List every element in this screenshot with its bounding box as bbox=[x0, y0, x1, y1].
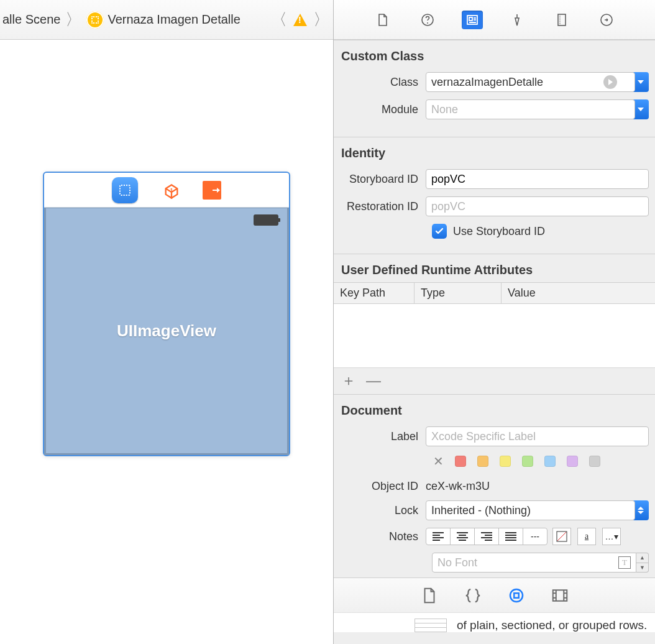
restoration-id-label: Restoration ID bbox=[334, 200, 426, 213]
scene-frame[interactable]: 1 UIImageView bbox=[43, 172, 290, 456]
align-right-button[interactable] bbox=[474, 528, 499, 545]
runtime-attributes-table[interactable]: Key Path Type Value ＋ — bbox=[334, 282, 655, 394]
library-item-description: of plain, sectioned, or grouped rows. bbox=[334, 612, 655, 632]
font-picker-icon[interactable]: T bbox=[618, 556, 631, 569]
swatch-orange[interactable] bbox=[477, 456, 488, 467]
library-tab-bar[interactable] bbox=[334, 577, 655, 612]
first-responder-icon[interactable]: 1 bbox=[163, 183, 178, 198]
inspector-tab-bar[interactable] bbox=[334, 0, 655, 40]
storyboard-id-label: Storyboard ID bbox=[334, 173, 426, 186]
align-left-button[interactable] bbox=[426, 528, 451, 545]
font-size-stepper[interactable]: ▲ ▼ bbox=[636, 553, 649, 573]
custom-class-section: Custom Class Class vernazaImagenDetalle … bbox=[334, 40, 655, 123]
scene-view[interactable]: UIImageView bbox=[44, 208, 289, 455]
scene-dock[interactable]: 1 bbox=[44, 173, 289, 208]
warning-icon[interactable] bbox=[293, 14, 307, 26]
swatch-gray[interactable] bbox=[589, 456, 600, 467]
align-justify-button[interactable] bbox=[498, 528, 523, 545]
notes-diagonal-button[interactable] bbox=[552, 528, 571, 545]
table-header[interactable]: Key Path Type Value bbox=[334, 283, 655, 304]
section-title: Document bbox=[334, 395, 655, 423]
svg-line-8 bbox=[557, 532, 566, 541]
module-placeholder: None bbox=[431, 103, 458, 116]
add-attribute-button[interactable]: ＋ bbox=[341, 370, 356, 390]
class-value: vernazaImagenDetalle bbox=[431, 76, 543, 89]
notes-font-field[interactable]: No Font T bbox=[432, 553, 636, 573]
file-inspector-tab[interactable] bbox=[372, 11, 393, 29]
lock-label: Lock bbox=[334, 504, 426, 517]
notes-label: Notes bbox=[334, 530, 426, 543]
align-center-button[interactable] bbox=[450, 528, 475, 545]
storyboard-canvas[interactable]: 1 UIImageView bbox=[0, 40, 333, 644]
size-inspector-tab[interactable] bbox=[551, 11, 572, 29]
library-snippet-text: of plain, sectioned, or grouped rows. bbox=[457, 619, 647, 632]
svg-rect-10 bbox=[514, 593, 519, 598]
section-title: Custom Class bbox=[334, 40, 655, 68]
label-label: Label bbox=[334, 430, 426, 443]
svg-point-9 bbox=[510, 589, 523, 602]
breadcrumb-scene[interactable]: alle Scene bbox=[2, 12, 60, 27]
notes-more-button[interactable]: …▾ bbox=[602, 528, 621, 545]
lock-select[interactable]: Inherited - (Nothing) bbox=[426, 500, 635, 520]
stepper-down-icon[interactable]: ▼ bbox=[636, 563, 648, 573]
stepper-up-icon[interactable]: ▲ bbox=[636, 553, 648, 563]
swatch-blue[interactable] bbox=[544, 456, 556, 467]
notes-alignment-segmented[interactable]: --- bbox=[426, 528, 547, 545]
nav-back-icon[interactable]: 〈 bbox=[270, 9, 288, 30]
use-storyboard-id-label[interactable]: Use Storyboard ID bbox=[453, 225, 545, 238]
view-controller-chip-icon[interactable] bbox=[112, 177, 138, 203]
svg-rect-4 bbox=[469, 17, 472, 21]
class-combo[interactable]: vernazaImagenDetalle bbox=[426, 72, 635, 92]
code-snippet-tab[interactable] bbox=[464, 586, 482, 605]
col-type[interactable]: Type bbox=[415, 283, 502, 303]
storyboard-id-input[interactable] bbox=[426, 169, 649, 189]
col-value[interactable]: Value bbox=[502, 283, 655, 303]
quick-help-tab[interactable] bbox=[417, 11, 438, 29]
swatch-red[interactable] bbox=[455, 456, 466, 467]
restoration-id-input[interactable] bbox=[426, 196, 649, 216]
breadcrumb-bar[interactable]: alle Scene 〉 Vernaza Imagen Detalle 〈 〉 bbox=[0, 0, 333, 40]
autocomplete-icon[interactable] bbox=[603, 75, 617, 89]
remove-attribute-button[interactable]: — bbox=[366, 372, 381, 389]
svg-rect-11 bbox=[552, 590, 567, 601]
document-section: Document Label ✕ Object ID ceX-wk-m3U L bbox=[334, 394, 655, 573]
svg-rect-5 bbox=[558, 14, 566, 25]
lock-value: Inherited - (Nothing) bbox=[431, 504, 531, 517]
svg-text:1: 1 bbox=[170, 187, 173, 193]
swatch-purple[interactable] bbox=[567, 456, 578, 467]
file-template-tab[interactable] bbox=[420, 586, 439, 605]
breadcrumb-separator: 〉 bbox=[64, 9, 83, 30]
swatch-yellow[interactable] bbox=[500, 456, 511, 467]
attributes-inspector-tab[interactable] bbox=[506, 11, 528, 29]
identity-inspector-tab[interactable] bbox=[462, 11, 483, 29]
col-keypath[interactable]: Key Path bbox=[334, 283, 415, 303]
table-body[interactable] bbox=[334, 304, 655, 367]
notes-font-button[interactable]: a bbox=[577, 528, 596, 545]
identity-section: Identity Storyboard ID Restoration ID Us… bbox=[334, 137, 655, 242]
media-library-tab[interactable] bbox=[551, 586, 569, 605]
object-library-tab[interactable] bbox=[507, 586, 526, 605]
label-input[interactable] bbox=[426, 426, 649, 446]
status-bar-battery-icon bbox=[254, 214, 278, 226]
exit-icon[interactable] bbox=[203, 181, 221, 200]
swatch-green[interactable] bbox=[522, 456, 533, 467]
connections-inspector-tab[interactable] bbox=[596, 11, 617, 29]
object-id-value: ceX-wk-m3U bbox=[426, 480, 490, 493]
module-combo[interactable]: None bbox=[426, 99, 635, 119]
color-swatches[interactable]: ✕ bbox=[334, 454, 655, 469]
notes-font-placeholder: No Font bbox=[437, 556, 477, 569]
module-label: Module bbox=[334, 103, 426, 116]
align-none-button[interactable]: --- bbox=[523, 528, 547, 545]
table-view-thumbnail-icon bbox=[415, 619, 447, 632]
section-title: User Defined Runtime Attributes bbox=[334, 254, 655, 282]
class-label: Class bbox=[334, 76, 426, 89]
clear-color-button[interactable]: ✕ bbox=[433, 454, 444, 469]
svg-point-2 bbox=[427, 22, 428, 24]
view-controller-icon bbox=[86, 11, 104, 29]
object-id-label: Object ID bbox=[334, 480, 426, 493]
breadcrumb-current[interactable]: Vernaza Imagen Detalle bbox=[108, 12, 240, 27]
use-storyboard-id-checkbox[interactable] bbox=[432, 224, 447, 239]
runtime-attributes-section: User Defined Runtime Attributes Key Path… bbox=[334, 254, 655, 394]
nav-forward-icon[interactable]: 〉 bbox=[312, 9, 331, 30]
uiimageview-placeholder[interactable]: UIImageView bbox=[117, 321, 216, 341]
